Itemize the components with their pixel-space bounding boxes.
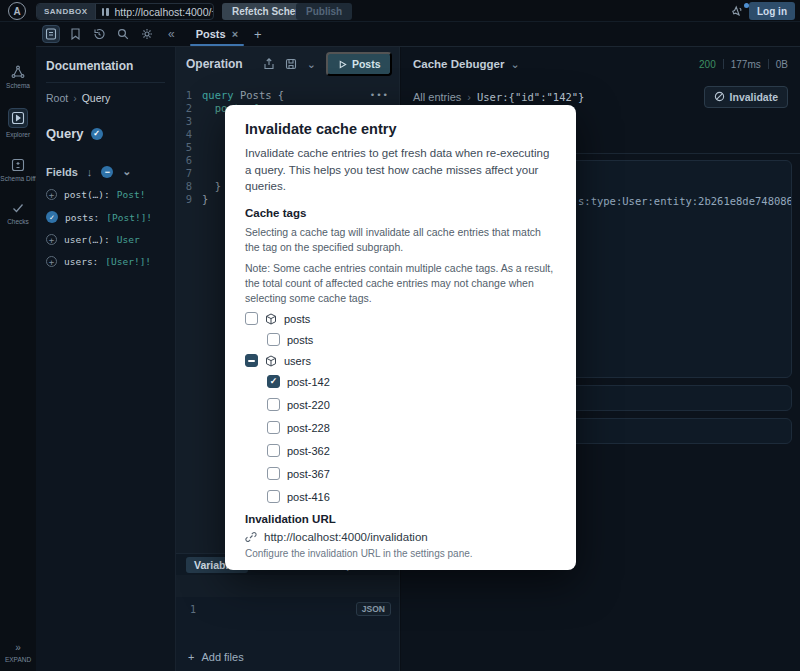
checkbox-checked[interactable]: [267, 375, 280, 388]
expand-label: EXPAND: [5, 656, 31, 663]
share-icon[interactable]: [263, 58, 275, 70]
fields-header: Fields ↓ − ⌄: [46, 165, 165, 178]
cache-tag-post-362[interactable]: post-362: [267, 444, 556, 457]
checks-icon: [11, 201, 25, 215]
type-heading: Query ✓: [46, 126, 165, 141]
field-row[interactable]: + post(…): Post!: [46, 189, 165, 200]
schema-diff-icon: [11, 158, 25, 172]
saved-operations-icon[interactable]: [66, 25, 84, 43]
cache-tags-heading: Cache tags: [245, 207, 556, 219]
checkbox-unchecked[interactable]: [267, 490, 280, 503]
sidebar-item-label: Schema: [6, 82, 30, 90]
operation-title: Operation: [186, 57, 243, 71]
breadcrumb-root[interactable]: Root: [46, 92, 68, 104]
cache-tag-group-users[interactable]: users: [245, 354, 556, 367]
checkbox-unchecked[interactable]: [245, 312, 258, 325]
invalidation-url-heading: Invalidation URL: [245, 513, 556, 525]
endpoint-url[interactable]: http://localhost:4000/: [115, 6, 212, 18]
expand-nav-button[interactable]: » EXPAND: [0, 642, 36, 663]
new-tab-button[interactable]: +: [254, 27, 262, 42]
left-nav-rail: Schema Explorer Schema Diff Checks » EXP…: [0, 47, 36, 671]
modal-title: Invalidate cache entry: [245, 121, 556, 137]
history-icon[interactable]: [90, 25, 108, 43]
field-selected-check-icon[interactable]: ✓: [46, 211, 58, 223]
response-time: 177ms: [731, 59, 761, 70]
sidebar-item-checks[interactable]: Checks: [0, 201, 36, 226]
cache-tags-note: Note: Some cache entries contain multipl…: [245, 261, 556, 305]
checkbox-unchecked[interactable]: [267, 444, 280, 457]
explorer-icon: [11, 111, 25, 125]
link-icon: [245, 531, 257, 543]
add-files-button[interactable]: + Add files: [176, 643, 399, 671]
sidebar-item-explorer[interactable]: Explorer: [0, 108, 36, 139]
editor-tab-bar: « Posts × +: [36, 22, 800, 47]
close-tab-icon[interactable]: ×: [232, 28, 238, 40]
chevron-down-icon[interactable]: ⌄: [122, 165, 131, 178]
apollo-logo-icon: A: [8, 2, 26, 20]
field-row[interactable]: + user(…): User: [46, 234, 165, 245]
checkbox-unchecked[interactable]: [267, 398, 280, 411]
cache-tag-post-220[interactable]: post-220: [267, 398, 556, 411]
line-options-icon[interactable]: •••: [370, 89, 399, 102]
operation-header: Operation ⌄ Posts: [176, 47, 399, 81]
checkbox-unchecked[interactable]: [267, 467, 280, 480]
subgraph-cube-icon: [265, 355, 277, 367]
sandbox-badge: SANDBOX: [37, 4, 96, 19]
add-field-icon[interactable]: +: [46, 256, 57, 267]
save-operation-icon[interactable]: [285, 58, 297, 70]
log-in-button[interactable]: Log in: [749, 2, 795, 20]
sidebar-item-schema-diff[interactable]: Schema Diff: [0, 158, 36, 183]
checkbox-unchecked[interactable]: [267, 333, 280, 346]
cache-tag-group-posts[interactable]: posts: [245, 312, 556, 325]
announcements-icon[interactable]: [731, 4, 744, 17]
expand-icon: »: [15, 642, 21, 653]
type-selected-check-icon: ✓: [91, 128, 103, 140]
search-icon[interactable]: [114, 25, 132, 43]
breadcrumb-cache-entry: User:{"id":"142"}: [477, 91, 584, 103]
sort-arrow-icon[interactable]: ↓: [87, 166, 93, 178]
authorization-heading: Authorization header: [245, 569, 556, 570]
invalidate-button[interactable]: Invalidate: [704, 86, 788, 108]
sidebar-item-schema[interactable]: Schema: [0, 65, 36, 90]
sidebar-item-label: Explorer: [6, 131, 30, 139]
chevron-down-icon[interactable]: ⌄: [510, 58, 519, 71]
sidebar-item-label: Schema Diff: [0, 175, 35, 183]
field-row[interactable]: ✓ posts: [Post!]!: [46, 211, 165, 223]
cache-tag-post-416[interactable]: post-416: [267, 490, 556, 503]
deselect-all-icon[interactable]: −: [101, 166, 113, 178]
response-header: Cache Debugger ⌄ 200 177ms 0B: [401, 47, 800, 81]
add-field-icon[interactable]: +: [46, 189, 57, 200]
top-bar: A SANDBOX http://localhost:4000/ Refetch…: [0, 0, 800, 22]
variables-editor[interactable]: 1 JSON: [176, 597, 399, 643]
collapse-panel-icon[interactable]: «: [168, 27, 174, 41]
circle-slash-icon: [714, 91, 725, 102]
pause-icon[interactable]: [102, 8, 109, 16]
response-view-selector[interactable]: Cache Debugger: [413, 58, 504, 70]
field-row[interactable]: + users: [User!]!: [46, 256, 165, 267]
chevron-down-icon[interactable]: ⌄: [307, 58, 316, 71]
cache-tag-post-228[interactable]: post-228: [267, 421, 556, 434]
documentation-panel: Documentation Root › Query Query ✓ Field…: [36, 47, 176, 671]
cache-tag-post-142[interactable]: post-142: [267, 375, 556, 388]
schema-icon: [11, 65, 25, 79]
cache-tag-post-367[interactable]: post-367: [267, 467, 556, 480]
cache-tag-posts[interactable]: posts: [267, 333, 556, 346]
run-operation-button[interactable]: Posts: [326, 52, 393, 76]
documentation-title: Documentation: [46, 59, 165, 73]
add-field-icon[interactable]: +: [46, 234, 57, 245]
endpoint-url-bar[interactable]: SANDBOX http://localhost:4000/: [36, 3, 214, 20]
breadcrumb-all-entries[interactable]: All entries: [413, 91, 461, 103]
cache-tags-description: Selecting a cache tag will invalidate al…: [245, 225, 556, 254]
checkbox-indeterminate[interactable]: [245, 354, 258, 367]
play-icon: [338, 60, 347, 69]
operations-panel-icon[interactable]: [42, 25, 60, 43]
tab-posts[interactable]: Posts ×: [190, 22, 244, 46]
json-badge: JSON: [356, 602, 391, 616]
invalidation-url-row: http://localhost:4000/invalidation: [245, 531, 556, 543]
divider: [46, 82, 165, 83]
subgraph-cube-icon: [265, 313, 277, 325]
publish-button[interactable]: Publish: [296, 3, 352, 20]
settings-gear-icon[interactable]: [138, 25, 156, 43]
checkbox-unchecked[interactable]: [267, 421, 280, 434]
connection-settings-gear-icon[interactable]: [211, 6, 214, 17]
